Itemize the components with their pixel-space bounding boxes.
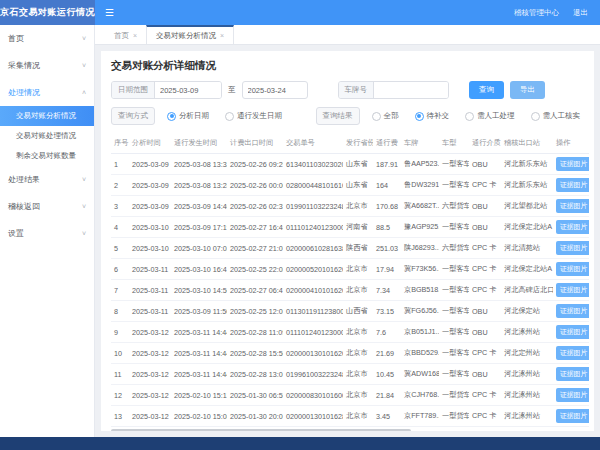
sidebar-subitem-analysis[interactable]: 交易对账分析情况 bbox=[0, 106, 94, 126]
table-cell: 73.15 bbox=[373, 301, 401, 322]
table-cell: 2025-03-12 bbox=[129, 343, 171, 364]
table-cell: 一型客车 bbox=[439, 364, 469, 385]
column-header: 稽核出口站 bbox=[501, 133, 553, 154]
table-cell: 一型客车 bbox=[439, 343, 469, 364]
search-button[interactable]: 查询 bbox=[469, 81, 504, 99]
export-button[interactable]: 导出 bbox=[510, 81, 545, 99]
table-cell: 17.94 bbox=[373, 259, 401, 280]
table-row: 92025-03-122025-03-11 14:44:432025-02-28… bbox=[111, 322, 589, 343]
table-cell: 北京市 bbox=[343, 196, 373, 217]
radio-analysis-date[interactable]: 分析日期 bbox=[167, 111, 209, 121]
evidence-image-button[interactable]: 证据图片 bbox=[556, 388, 589, 402]
table-cell: 河南省 bbox=[343, 217, 373, 238]
table-cell: 2025-03-09 17:19:16 bbox=[171, 217, 227, 238]
radio-filter-row: 查询方式 分析日期 通行发生日期 查询结果 全部 bbox=[111, 107, 584, 125]
radio-icon bbox=[415, 112, 424, 121]
table-row: 42025-03-102025-03-09 17:19:162025-02-27… bbox=[111, 217, 589, 238]
table-cell: 2025-03-11 14:44:23 bbox=[171, 343, 227, 364]
date-from-input[interactable] bbox=[155, 82, 221, 98]
radio-transit-date[interactable]: 通行发生日期 bbox=[225, 111, 282, 121]
date-range-label: 日期范围 bbox=[112, 82, 155, 98]
evidence-image-button[interactable]: 证据图片 bbox=[556, 220, 589, 234]
sidebar-item-home[interactable]: 首页 ˅ bbox=[0, 25, 94, 52]
evidence-image-button[interactable]: 证据图片 bbox=[556, 199, 589, 213]
table-cell: 2025-03-11 14:44:02 bbox=[171, 364, 227, 385]
plate-input[interactable] bbox=[374, 82, 448, 98]
table-cell: 164 bbox=[373, 175, 401, 196]
radio-icon bbox=[465, 112, 474, 121]
table-cell: 六型货车 bbox=[439, 238, 469, 259]
table-cell: CPC 卡 bbox=[469, 238, 501, 259]
table-row: 22025-03-092025-03-08 13:28:082025-02-26… bbox=[111, 175, 589, 196]
table-cell: 2025-03-12 bbox=[129, 406, 171, 427]
table-cell: 2025-03-09 bbox=[129, 154, 171, 175]
chevron-down-icon: ˅ bbox=[82, 35, 86, 42]
table-cell: 5 bbox=[111, 238, 129, 259]
table-cell: 2025-03-08 13:32:58 bbox=[171, 154, 227, 175]
user-center-link[interactable]: 稽核管理中心 bbox=[514, 8, 559, 18]
radio-all[interactable]: 全部 bbox=[372, 111, 399, 121]
tab-analysis[interactable]: 交易对账分析情况 × bbox=[146, 25, 234, 44]
table-cell: 10 bbox=[111, 343, 129, 364]
column-header: 序号 bbox=[111, 133, 129, 154]
evidence-image-button[interactable]: 证据图片 bbox=[556, 367, 589, 381]
date-to-input[interactable] bbox=[242, 81, 308, 99]
table-row: 82025-03-112025-03-09 11:50:022025-02-25… bbox=[111, 301, 589, 322]
table-cell: OBU bbox=[469, 196, 501, 217]
evidence-image-button[interactable]: 证据图片 bbox=[556, 178, 589, 192]
table-cell: 8 bbox=[111, 301, 129, 322]
table-cell: 北京市 bbox=[343, 322, 373, 343]
evidence-image-button[interactable]: 证据图片 bbox=[556, 346, 589, 360]
table-cell: 北京市 bbox=[343, 385, 373, 406]
radio-manual-verify[interactable]: 需人工核实 bbox=[531, 111, 581, 121]
radio-icon bbox=[372, 112, 381, 121]
radio-icon bbox=[225, 112, 234, 121]
table-cell: 2025-03-09 bbox=[129, 196, 171, 217]
sidebar-item-collection[interactable]: 采集情况 ˅ bbox=[0, 52, 94, 79]
table-cell: 鲁DW3291... bbox=[401, 175, 439, 196]
column-header: 车牌 bbox=[401, 133, 439, 154]
table-cell: 一型客车 bbox=[439, 322, 469, 343]
hamburger-menu-icon[interactable]: ☰ bbox=[105, 7, 114, 18]
evidence-image-button[interactable]: 证据图片 bbox=[556, 283, 589, 297]
table-cell: 2025-02-28 11:09:01 bbox=[227, 322, 283, 343]
sidebar-item-settings[interactable]: 设置 ˅ bbox=[0, 220, 94, 247]
table-cell: 京CJH768... bbox=[401, 385, 439, 406]
table-row: 52025-03-102025-03-10 07:02:342025-02-27… bbox=[111, 238, 589, 259]
table-cell: 山东省 bbox=[343, 154, 373, 175]
logout-link[interactable]: 退出 bbox=[573, 8, 588, 18]
sidebar-subitem-handle[interactable]: 交易对账处理情况 bbox=[0, 126, 94, 146]
table-cell: 13 bbox=[111, 406, 129, 427]
table-cell: 2025-03-08 13:28:08 bbox=[171, 175, 227, 196]
evidence-image-button[interactable]: 证据图片 bbox=[556, 325, 589, 339]
evidence-image-button[interactable]: 证据图片 bbox=[556, 304, 589, 318]
table-row: 12025-03-092025-03-08 13:32:582025-02-26… bbox=[111, 154, 589, 175]
tab-home[interactable]: 首页 × bbox=[105, 25, 146, 44]
radio-manual-handle[interactable]: 需人工处理 bbox=[465, 111, 515, 121]
evidence-image-button[interactable]: 证据图片 bbox=[556, 241, 589, 255]
sidebar-item-audit-return[interactable]: 稽核返回 ˅ bbox=[0, 193, 94, 220]
table-body: 12025-03-092025-03-08 13:32:582025-02-26… bbox=[111, 154, 589, 427]
evidence-image-button[interactable]: 证据图片 bbox=[556, 409, 589, 423]
table-cell: 7.6 bbox=[373, 322, 401, 343]
table-cell: 河北涿州站 bbox=[501, 406, 553, 427]
page-title: 交易对账分析详细情况 bbox=[111, 59, 584, 73]
table-cell: 六型货车 bbox=[439, 196, 469, 217]
table-cell: 河北新乐东站 bbox=[501, 154, 553, 175]
horizontal-scrollbar[interactable] bbox=[111, 429, 411, 431]
close-icon[interactable]: × bbox=[133, 32, 137, 39]
close-icon[interactable]: × bbox=[220, 32, 224, 39]
sidebar-subitem-remaining[interactable]: 剩余交易对账数量 bbox=[0, 146, 94, 166]
table-cell: 2025-03-10 bbox=[129, 238, 171, 259]
sidebar-item-label: 处理结果 bbox=[8, 174, 40, 185]
table-cell: 2025-03-12 bbox=[129, 385, 171, 406]
evidence-image-button[interactable]: 证据图片 bbox=[556, 262, 589, 276]
radio-pending-pay[interactable]: 待补交 bbox=[415, 111, 450, 121]
radio-icon bbox=[531, 112, 540, 121]
radio-label: 待补交 bbox=[427, 111, 450, 121]
sidebar-item-processing[interactable]: 处理情况 ˄ bbox=[0, 79, 94, 106]
table-cell: 6 bbox=[111, 259, 129, 280]
evidence-image-button[interactable]: 证据图片 bbox=[556, 157, 589, 171]
sidebar-item-label: 采集情况 bbox=[8, 60, 40, 71]
sidebar-item-results[interactable]: 处理结果 ˅ bbox=[0, 166, 94, 193]
